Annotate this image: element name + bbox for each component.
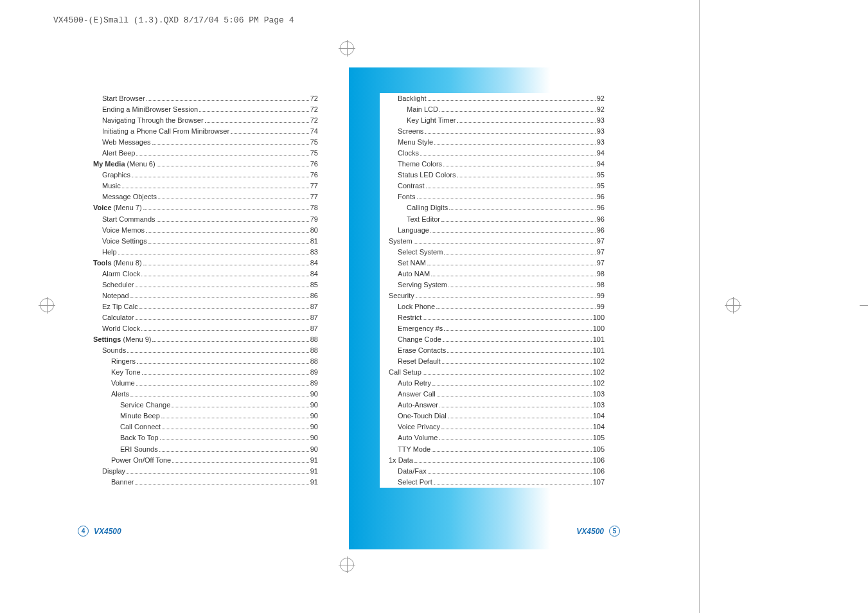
toc-page-number: 76 — [310, 159, 318, 170]
toc-leader-dots — [444, 330, 591, 331]
toc-page-number: 106 — [593, 466, 605, 477]
toc-leader-dots — [432, 451, 591, 452]
toc-leader-dots — [141, 330, 309, 331]
toc-leader-dots — [439, 407, 592, 407]
toc-row: Voice (Menu 7)78 — [93, 202, 318, 213]
toc-leader-dots — [431, 276, 596, 276]
toc-label: Alarm Clock — [102, 269, 140, 280]
toc-row: World Clock87 — [93, 323, 318, 334]
toc-label: Clocks — [398, 148, 419, 159]
toc-label: Status LED Colors — [398, 170, 456, 181]
toc-row: Sounds88 — [93, 345, 318, 356]
toc-label: Ez Tip Calc — [102, 301, 138, 312]
toc-row: Settings (Menu 9)88 — [93, 334, 318, 345]
toc-leader-dots — [428, 473, 592, 474]
toc-row: Change Code101 — [380, 334, 605, 345]
toc-page-number: 101 — [593, 345, 605, 356]
toc-row: Emergency #s100 — [380, 323, 605, 334]
toc-row: Navigating Through the Browser72 — [93, 115, 318, 126]
toc-label: My Media (Menu 6) — [93, 159, 155, 170]
toc-leader-dots — [141, 276, 308, 276]
toc-row: Auto Volume105 — [380, 432, 605, 443]
toc-leader-dots — [136, 287, 309, 287]
toc-label: Message Objects — [102, 191, 157, 202]
toc-label: Minute Beep — [120, 411, 160, 422]
toc-leader-dots — [414, 243, 596, 244]
toc-page-number: 96 — [597, 214, 605, 225]
toc-row: Scheduler85 — [93, 280, 318, 290]
toc-leader-dots — [457, 122, 595, 123]
toc-page-number: 99 — [597, 301, 605, 312]
toc-label: Tools (Menu 8) — [93, 258, 142, 269]
toc-page-number: 107 — [593, 477, 605, 488]
toc-leader-dots — [158, 199, 309, 199]
toc-label: Auto NAM — [398, 269, 430, 280]
toc-leader-dots — [159, 451, 309, 452]
toc-label: Ending a MiniBrowser Session — [102, 104, 198, 115]
toc-label: Data/Fax — [398, 466, 427, 477]
toc-row: Menu Style93 — [380, 137, 605, 148]
toc-leader-dots — [136, 155, 308, 155]
toc-leader-dots — [152, 144, 309, 145]
toc-leader-dots — [152, 341, 308, 342]
toc-label: Start Commands — [102, 214, 155, 225]
toc-row: Calculator87 — [93, 312, 318, 323]
toc-leader-dots — [160, 440, 309, 440]
page-number-right: 5 — [609, 526, 620, 537]
toc-row: Select Port107 — [380, 477, 605, 488]
toc-row: Display91 — [93, 466, 318, 477]
toc-label: Text Editor — [407, 214, 440, 225]
toc-row: Ending a MiniBrowser Session72 — [93, 104, 318, 115]
toc-leader-dots — [143, 265, 309, 265]
toc-row: Fonts96 — [380, 191, 605, 202]
toc-leader-dots — [205, 122, 309, 123]
toc-row: Screens93 — [380, 126, 605, 137]
toc-page-number: 72 — [310, 93, 318, 104]
toc-label: Erase Contacts — [398, 345, 446, 356]
toc-page-number: 93 — [597, 126, 605, 137]
toc-leader-dots — [130, 396, 309, 396]
toc-page-number: 88 — [310, 345, 318, 356]
toc-label: Ringers — [111, 356, 136, 367]
toc-page-number: 102 — [593, 356, 605, 367]
toc-page-number: 102 — [593, 367, 605, 378]
toc-leader-dots — [448, 418, 592, 418]
toc-leader-dots — [157, 166, 309, 166]
prepress-header: VX4500-(E)Small (1.3).QXD 8/17/04 5:06 P… — [53, 15, 294, 25]
toc-row: Voice Memos80 — [93, 225, 318, 236]
toc-label: Music — [102, 181, 121, 191]
toc-row: Auto Retry102 — [380, 378, 605, 389]
toc-row: Service Change90 — [93, 400, 318, 411]
toc-row: Key Light Timer93 — [380, 115, 605, 126]
toc-leader-dots — [442, 363, 592, 364]
toc-label: Voice Memos — [102, 225, 145, 236]
toc-label: Theme Colors — [398, 159, 442, 170]
toc-page-number: 85 — [310, 280, 318, 290]
toc-row: Clocks94 — [380, 148, 605, 159]
toc-label: System — [389, 236, 412, 247]
toc-label: Auto Retry — [398, 378, 431, 389]
toc-label: Answer Call — [398, 389, 436, 400]
page-number-left: 4 — [78, 526, 89, 537]
toc-row: Start Commands79 — [93, 214, 318, 225]
toc-row: Minute Beep90 — [93, 411, 318, 422]
toc-row: Serving System98 — [380, 280, 605, 290]
toc-row: Restrict100 — [380, 312, 605, 323]
toc-label: Voice (Menu 7) — [93, 202, 142, 213]
toc-page-number: 100 — [593, 312, 605, 323]
toc-label: Notepad — [102, 290, 129, 301]
registration-mark-top — [339, 40, 355, 57]
toc-label: Voice Privacy — [398, 422, 440, 432]
toc-row: Auto-Answer103 — [380, 400, 605, 411]
toc-label: Auto-Answer — [398, 400, 438, 411]
toc-leader-dots — [161, 418, 309, 418]
page-divider — [699, 0, 700, 613]
toc-row: Status LED Colors95 — [380, 170, 605, 181]
toc-label: Backlight — [398, 93, 427, 104]
toc-page-number: 84 — [310, 258, 318, 269]
toc-leader-dots — [432, 385, 592, 386]
toc-leader-dots — [414, 462, 592, 463]
toc-page-number: 98 — [597, 280, 605, 290]
toc-label: Graphics — [102, 170, 130, 181]
toc-row: Text Editor96 — [380, 214, 605, 225]
